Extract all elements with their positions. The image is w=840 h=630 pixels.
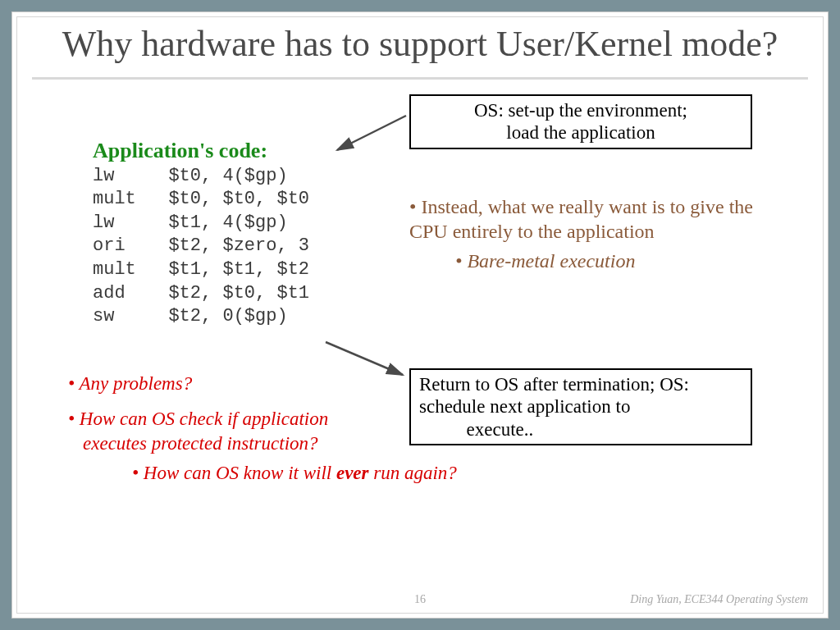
assembly-code: lw $t0, 4($gp) mult $t0, $t0, $t0 lw $t1…	[93, 165, 309, 329]
svg-line-1	[326, 342, 403, 375]
arrow-top	[327, 111, 409, 158]
right-bullets: • Instead, what we really want is to giv…	[409, 194, 754, 273]
left-questions: • Any problems? • How can OS check if ap…	[68, 372, 457, 486]
footer-author: Ding Yuan, ECE344 Operating System	[630, 593, 808, 606]
os-setup-line1: OS: set-up the environment;	[419, 99, 742, 122]
slide-inner: Why hardware has to support User/Kernel …	[16, 16, 824, 614]
question-2a: • How can OS check if application	[68, 407, 457, 431]
slide-frame: Why hardware has to support User/Kernel …	[11, 11, 829, 619]
slide-title: Why hardware has to support User/Kernel …	[17, 17, 823, 75]
os-setup-line2: load the application	[419, 121, 742, 144]
os-setup-box: OS: set-up the environment; load the app…	[409, 94, 752, 149]
content-area: OS: set-up the environment; load the app…	[17, 80, 823, 539]
application-code-block: Application's code: lw $t0, 4($gp) mult …	[93, 139, 309, 329]
question-1: • Any problems?	[68, 372, 457, 396]
svg-line-0	[337, 116, 406, 150]
app-code-heading: Application's code:	[93, 139, 309, 163]
question-3: • How can OS know it will ever run again…	[132, 461, 457, 486]
question-2b: executes protected instruction?	[83, 431, 457, 456]
right-bullet-2: • Bare-metal execution	[455, 249, 754, 273]
page-number: 16	[414, 593, 426, 606]
right-bullet-1: • Instead, what we really want is to giv…	[409, 194, 754, 244]
os-return-box: Return to OS after termination; OS: sche…	[409, 368, 752, 446]
os-return-text: Return to OS after termination; OS: sche…	[419, 373, 742, 441]
